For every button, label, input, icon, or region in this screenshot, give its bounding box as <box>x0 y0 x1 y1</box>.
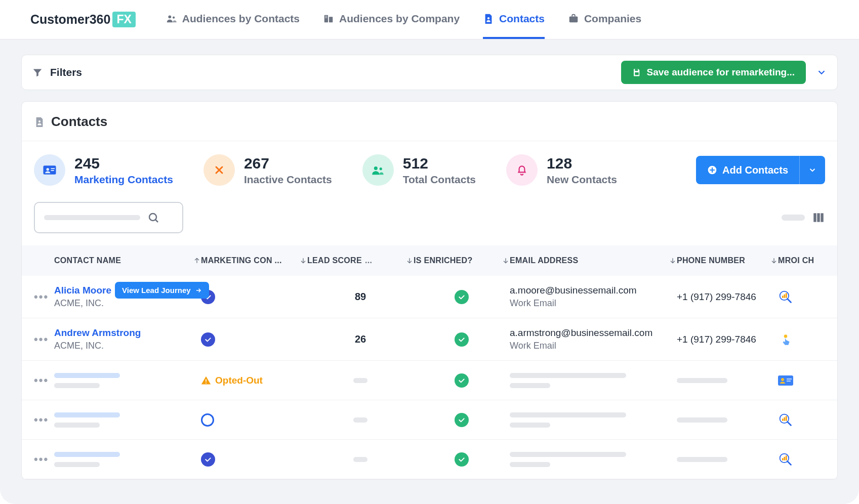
svg-rect-29 <box>206 379 207 382</box>
enriched-check-icon <box>455 290 469 304</box>
stat-marketing-contacts[interactable]: 245 Marketing Contacts <box>34 154 173 186</box>
stat-new-contacts[interactable]: 128 New Contacts <box>506 154 617 186</box>
row-menu-button[interactable]: ••• <box>34 413 54 427</box>
svg-rect-7 <box>326 17 327 18</box>
col-marketing-consent[interactable]: MARKETING CON ... <box>201 256 307 265</box>
table-row: ••• <box>22 440 837 479</box>
row-menu-button[interactable]: ••• <box>34 374 54 387</box>
svg-point-0 <box>168 15 171 18</box>
contact-company: ACME, INC. <box>54 298 111 309</box>
stat-inactive-contacts[interactable]: 267 Inactive Contacts <box>203 154 332 186</box>
nav-tabs: Audiences by Contacts Audiences by Compa… <box>166 1 641 39</box>
tab-label: Contacts <box>499 13 545 25</box>
add-contacts-label: Add Contacts <box>722 164 788 176</box>
lead-score: 89 <box>355 291 366 303</box>
arrow-down-icon <box>299 257 307 265</box>
svg-rect-9 <box>569 16 578 22</box>
columns-icon[interactable] <box>812 211 825 224</box>
enriched-check-icon <box>455 413 469 427</box>
panel-title: Contacts <box>51 114 107 130</box>
col-is-enriched[interactable]: IS ENRICHED? <box>414 256 510 265</box>
save-audience-label: Save audience for remarketing... <box>646 67 795 78</box>
svg-rect-2 <box>324 15 328 22</box>
tab-label: Companies <box>584 13 641 25</box>
svg-rect-22 <box>817 213 820 222</box>
svg-point-17 <box>374 166 378 170</box>
mroi-channel-icon[interactable] <box>778 332 793 347</box>
col-lead-score[interactable]: LEAD SCORE ... <box>307 256 414 265</box>
contact-doc-icon <box>483 13 494 24</box>
consent-checked-icon <box>201 452 215 467</box>
svg-point-14 <box>47 168 50 171</box>
search-icon <box>147 212 159 224</box>
stat-label: New Contacts <box>547 174 617 186</box>
col-phone-number[interactable]: PHONE NUMBER <box>677 256 778 265</box>
mroi-channel-icon[interactable] <box>778 412 793 428</box>
row-menu-button[interactable]: ••• <box>34 290 54 304</box>
consent-checked-icon <box>201 332 215 347</box>
col-email-address[interactable]: EMAIL ADDRESS <box>510 256 677 265</box>
stat-total-contacts[interactable]: 512 Total Contacts <box>362 154 476 186</box>
svg-rect-15 <box>51 168 55 169</box>
add-contacts-dropdown[interactable] <box>799 156 825 184</box>
svg-point-28 <box>784 334 788 338</box>
enriched-check-icon <box>455 452 469 467</box>
contact-phone: +1 (917) 299-7846 <box>677 334 756 345</box>
mroi-channel-icon[interactable] <box>778 373 793 388</box>
arrow-down-icon <box>770 257 778 265</box>
company-icon <box>323 13 334 24</box>
search-input[interactable] <box>34 202 183 233</box>
col-mroi[interactable]: MROI CH <box>778 256 824 265</box>
row-menu-button[interactable]: ••• <box>34 333 54 346</box>
mroi-channel-icon[interactable] <box>778 452 793 467</box>
mroi-channel-icon[interactable] <box>778 289 793 305</box>
svg-rect-30 <box>206 383 207 384</box>
view-lead-journey-button[interactable]: View Lead Journey <box>115 282 209 299</box>
enriched-check-icon <box>455 373 469 388</box>
save-audience-button[interactable]: Save audience for remarketing... <box>621 61 806 84</box>
table-row: •••Alicia MooreView Lead JourneyACME, IN… <box>22 276 837 318</box>
arrow-down-icon <box>405 257 414 265</box>
svg-rect-38 <box>786 416 787 421</box>
search-placeholder-skeleton <box>44 215 140 220</box>
tab-label: Audiences by Contacts <box>182 13 300 25</box>
tab-contacts[interactable]: Contacts <box>483 1 545 39</box>
tab-audiences-company[interactable]: Audiences by Company <box>323 1 460 39</box>
logo: Customer360 FX <box>30 12 136 27</box>
stat-label: Inactive Contacts <box>244 174 332 186</box>
svg-rect-3 <box>329 17 333 22</box>
contact-name-link[interactable]: Alicia Moore <box>54 285 111 296</box>
svg-rect-4 <box>325 16 326 16</box>
contacts-table: CONTACT NAME MARKETING CON ... LEAD SCOR… <box>22 245 837 479</box>
stat-value: 245 <box>74 155 173 172</box>
svg-rect-31 <box>778 375 793 386</box>
stat-label: Marketing Contacts <box>74 174 173 186</box>
svg-rect-5 <box>326 16 327 16</box>
svg-rect-33 <box>787 379 792 380</box>
col-contact-name[interactable]: CONTACT NAME <box>54 256 201 265</box>
tab-audiences-contacts[interactable]: Audiences by Contacts <box>166 1 300 39</box>
row-menu-button[interactable]: ••• <box>34 453 54 466</box>
tab-companies[interactable]: Companies <box>568 1 641 39</box>
top-nav: Customer360 FX Audiences by Contacts Aud… <box>0 0 859 39</box>
stat-value: 512 <box>403 155 476 172</box>
table-header: CONTACT NAME MARKETING CON ... LEAD SCOR… <box>22 245 837 276</box>
plus-circle-icon <box>707 165 717 175</box>
stats-row: 245 Marketing Contacts 267 Inactive Cont… <box>22 141 837 199</box>
svg-point-20 <box>149 214 156 221</box>
add-contacts-button[interactable]: Add Contacts <box>696 156 825 184</box>
filters-expand-toggle[interactable] <box>816 67 827 78</box>
contact-company: ACME, INC. <box>54 341 141 351</box>
svg-rect-25 <box>782 296 784 298</box>
svg-point-8 <box>487 17 489 19</box>
svg-rect-34 <box>787 381 791 382</box>
svg-point-1 <box>173 16 175 18</box>
filters-toggle[interactable]: Filters <box>32 66 82 78</box>
contact-name-link[interactable]: Andrew Armstrong <box>54 327 141 339</box>
svg-rect-16 <box>51 170 54 171</box>
svg-rect-21 <box>813 213 816 222</box>
view-option-skeleton <box>782 215 805 221</box>
enriched-check-icon <box>455 332 469 347</box>
svg-rect-37 <box>784 417 786 421</box>
panel-header: Contacts <box>22 114 837 141</box>
